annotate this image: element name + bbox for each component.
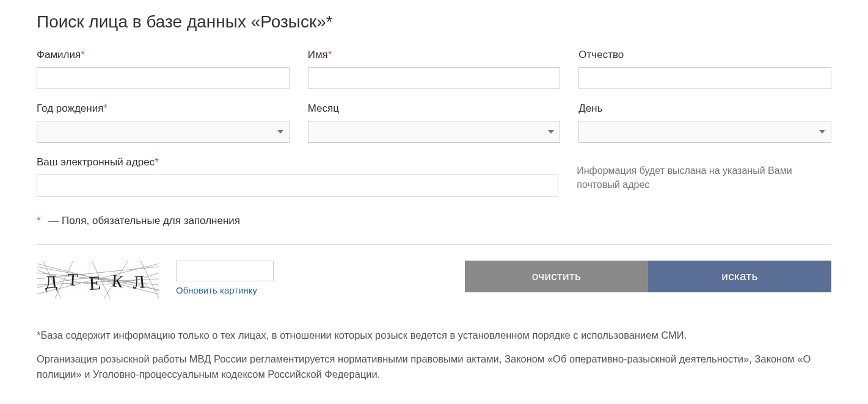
label-birth-year: Год рождения*	[37, 103, 290, 115]
clear-button[interactable]: очистить	[465, 261, 648, 292]
required-fields-note: * — Поля, обязательные для заполнения	[37, 215, 831, 227]
surname-input[interactable]	[37, 67, 290, 89]
captcha-image: Д Т Е К Л	[37, 261, 159, 298]
required-mark: *	[328, 49, 332, 60]
svg-text:Е: Е	[88, 272, 101, 294]
label-month: Месяц	[308, 103, 561, 115]
required-mark: *	[103, 103, 108, 114]
label-patronymic: Отчество	[578, 49, 831, 61]
svg-text:Д: Д	[43, 271, 58, 292]
label-email: Ваш электронный адрес*	[37, 156, 558, 168]
label-name: Имя*	[308, 49, 561, 61]
label-surname: Фамилия*	[37, 49, 290, 61]
divider	[37, 244, 831, 245]
page-title: Поиск лица в базе данных «Розыск»*	[37, 12, 831, 32]
required-mark: *	[81, 49, 85, 60]
svg-text:Л: Л	[132, 271, 146, 292]
required-mark: *	[155, 156, 159, 168]
email-input[interactable]	[37, 175, 558, 197]
refresh-captcha-link[interactable]: Обновить картинку	[176, 285, 274, 295]
patronymic-input[interactable]	[578, 67, 831, 89]
label-day: День	[578, 103, 831, 115]
month-select[interactable]	[308, 121, 561, 143]
row-email: Ваш электронный адрес* Информация будет …	[37, 156, 831, 197]
footnote-1: *База содержит информацию только о тех л…	[37, 328, 831, 343]
email-info-text: Информация будет выслана на указаный Вам…	[577, 164, 831, 192]
name-input[interactable]	[308, 67, 561, 89]
svg-text:К: К	[111, 271, 124, 291]
birth-year-select[interactable]	[37, 121, 290, 143]
row-name: Фамилия* Имя* Отчество	[37, 49, 831, 89]
captcha-input[interactable]	[176, 261, 274, 281]
footnote-2: Организация розыскной работы МВД России …	[37, 352, 831, 382]
captcha-row: Д Т Е К Л Обновить картинку очистить иск…	[37, 261, 831, 298]
day-select[interactable]	[578, 121, 831, 143]
row-birth: Год рождения* Месяц День	[37, 103, 831, 143]
search-button[interactable]: искать	[648, 261, 831, 292]
footnotes: *База содержит информацию только о тех л…	[37, 328, 831, 381]
svg-text:Т: Т	[67, 270, 79, 289]
